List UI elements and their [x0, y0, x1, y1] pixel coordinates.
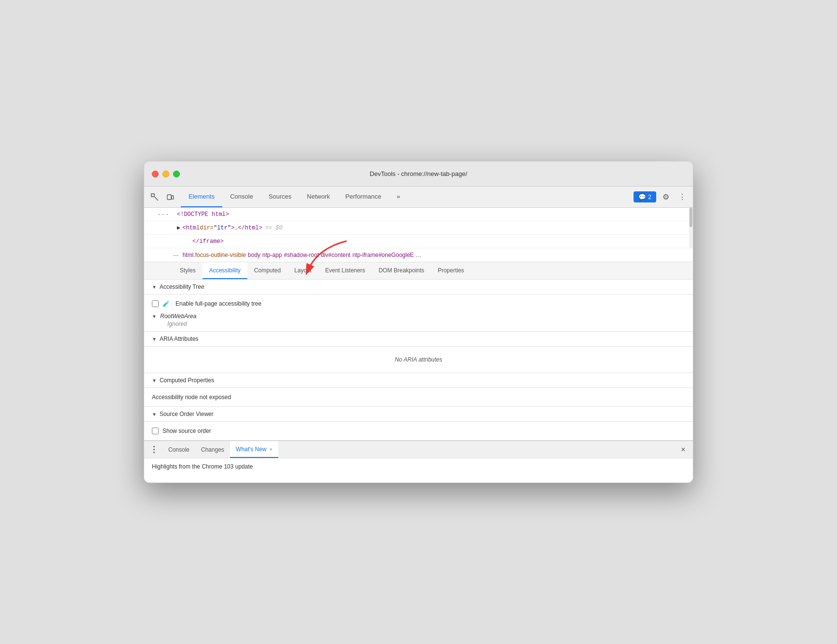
- sub-tab-dom-breakpoints[interactable]: DOM Breakpoints: [372, 262, 431, 279]
- dom-line-iframe: </iframe>: [144, 235, 693, 248]
- tab-console[interactable]: Console: [222, 187, 261, 207]
- drawer-tab-console[interactable]: Console: [162, 441, 195, 458]
- toolbar-right: 💬 2 ⚙ ⋮: [634, 187, 689, 207]
- sub-tab-computed[interactable]: Computed: [247, 262, 287, 279]
- more-options-button[interactable]: ⋮: [675, 190, 689, 204]
- breadcrumb-ntp-iframe[interactable]: ntp-iframe#oneGoogleE: [352, 252, 414, 258]
- source-order-body: Show source order: [144, 422, 693, 441]
- source-order-header[interactable]: ▼ Source Order Viewer: [144, 407, 693, 422]
- dom-scrollbar-thumb[interactable]: [689, 208, 692, 227]
- show-source-order-row: Show source order: [152, 426, 685, 436]
- main-content: ··· <!DOCTYPE html> ▶ <html dir="ltr" >……: [144, 208, 693, 441]
- svg-rect-2: [172, 196, 174, 199]
- iframe-close-tag: </iframe>: [192, 238, 224, 245]
- breadcrumb-body[interactable]: body: [248, 252, 260, 258]
- drawer-menu-button[interactable]: [148, 444, 160, 456]
- breadcrumb-ntp-app[interactable]: ntp-app: [262, 252, 282, 258]
- experiment-icon: 🧪: [162, 300, 170, 307]
- drawer-close-button[interactable]: ×: [677, 444, 689, 456]
- main-toolbar: Elements Console Sources Network Perform…: [144, 187, 693, 208]
- dom-line-html: ▶ <html dir="ltr" >…</html> == $0: [144, 221, 693, 235]
- sub-tab-event-listeners[interactable]: Event Listeners: [318, 262, 372, 279]
- device-toolbar-icon[interactable]: [163, 190, 177, 204]
- dom-expand-html[interactable]: ▶: [177, 224, 180, 231]
- tab-performance[interactable]: Performance: [338, 187, 389, 207]
- dom-gutter-dots[interactable]: ···: [157, 211, 169, 218]
- root-web-area-item[interactable]: ▼ RootWebArea: [152, 312, 685, 321]
- sub-tab-styles[interactable]: Styles: [173, 262, 202, 279]
- drawer-tab-whats-new[interactable]: What's New ×: [230, 441, 278, 458]
- sub-tab-layout[interactable]: Layout: [287, 262, 318, 279]
- main-tab-bar: Elements Console Sources Network Perform…: [181, 187, 634, 207]
- accessibility-tree-body: 🧪 Enable full-page accessibility tree ▼ …: [144, 295, 693, 332]
- dom-scrollbar[interactable]: [689, 208, 693, 248]
- sub-tab-accessibility[interactable]: Accessibility: [202, 262, 247, 279]
- devtools-window: DevTools - chrome://new-tab-page/ Elemen…: [144, 161, 693, 483]
- whats-new-close-icon[interactable]: ×: [270, 446, 272, 452]
- inspect-element-icon[interactable]: [148, 190, 162, 204]
- svg-rect-1: [167, 195, 171, 200]
- traffic-lights: [152, 171, 180, 177]
- feedback-button[interactable]: 💬 2: [634, 191, 656, 202]
- aria-attributes-header[interactable]: ▼ ARIA Attributes: [144, 332, 693, 347]
- aria-attributes-body: No ARIA attributes: [144, 347, 693, 373]
- aria-triangle-icon: ▼: [152, 336, 157, 342]
- root-expand-icon: ▼: [152, 314, 157, 319]
- computed-triangle-icon: ▼: [152, 378, 157, 383]
- dom-line-doctype: ··· <!DOCTYPE html>: [144, 208, 693, 221]
- breadcrumb-div-content[interactable]: div#content: [321, 252, 351, 258]
- enable-full-page-checkbox[interactable]: [152, 300, 159, 307]
- tree-triangle-icon: ▼: [152, 284, 157, 290]
- ignored-label: Ignored: [152, 321, 685, 327]
- breadcrumb-more-left[interactable]: ···: [173, 251, 179, 259]
- drawer-tab-changes[interactable]: Changes: [195, 441, 230, 458]
- title-bar: DevTools - chrome://new-tab-page/: [144, 161, 693, 187]
- show-source-order-checkbox[interactable]: [152, 428, 159, 434]
- bottom-drawer: Console Changes What's New × × Highlight…: [144, 441, 693, 483]
- breadcrumb-more-right[interactable]: …: [416, 252, 421, 258]
- dom-section: ··· <!DOCTYPE html> ▶ <html dir="ltr" >……: [144, 208, 693, 248]
- doctype-text: <!DOCTYPE html>: [177, 211, 229, 218]
- breadcrumb-container: ··· html.focus-outline-visible body ntp-…: [144, 248, 693, 262]
- close-button[interactable]: [152, 171, 159, 177]
- svg-rect-0: [151, 194, 154, 197]
- breadcrumb-bar: ··· html.focus-outline-visible body ntp-…: [144, 248, 693, 262]
- toolbar-icons: [148, 187, 177, 207]
- window-title: DevTools - chrome://new-tab-page/: [370, 170, 467, 177]
- sub-tab-bar: Styles Accessibility Computed Layout Eve…: [144, 262, 693, 280]
- computed-properties-header[interactable]: ▼ Computed Properties: [144, 373, 693, 388]
- settings-button[interactable]: ⚙: [659, 190, 673, 204]
- source-order-triangle-icon: ▼: [152, 412, 157, 417]
- minimize-button[interactable]: [162, 171, 169, 177]
- maximize-button[interactable]: [173, 171, 180, 177]
- drawer-content: Highlights from the Chrome 103 update: [144, 458, 693, 483]
- drawer-tab-bar: Console Changes What's New × ×: [144, 441, 693, 458]
- tab-elements[interactable]: Elements: [181, 187, 222, 207]
- tab-network[interactable]: Network: [299, 187, 338, 207]
- accessibility-panel: ▼ Accessibility Tree 🧪 Enable full-page …: [144, 280, 693, 441]
- enable-full-page-row: 🧪 Enable full-page accessibility tree: [152, 298, 685, 309]
- computed-properties-body: Accessibility node not exposed: [144, 388, 693, 407]
- tab-more[interactable]: »: [389, 187, 408, 207]
- breadcrumb-html[interactable]: html.focus-outline-visible: [183, 252, 246, 258]
- tab-sources[interactable]: Sources: [261, 187, 299, 207]
- sub-tab-properties[interactable]: Properties: [431, 262, 471, 279]
- accessibility-tree-header[interactable]: ▼ Accessibility Tree: [144, 280, 693, 295]
- breadcrumb-shadow-root[interactable]: #shadow-root: [284, 252, 319, 258]
- dom-dollar0: == $0: [265, 225, 283, 231]
